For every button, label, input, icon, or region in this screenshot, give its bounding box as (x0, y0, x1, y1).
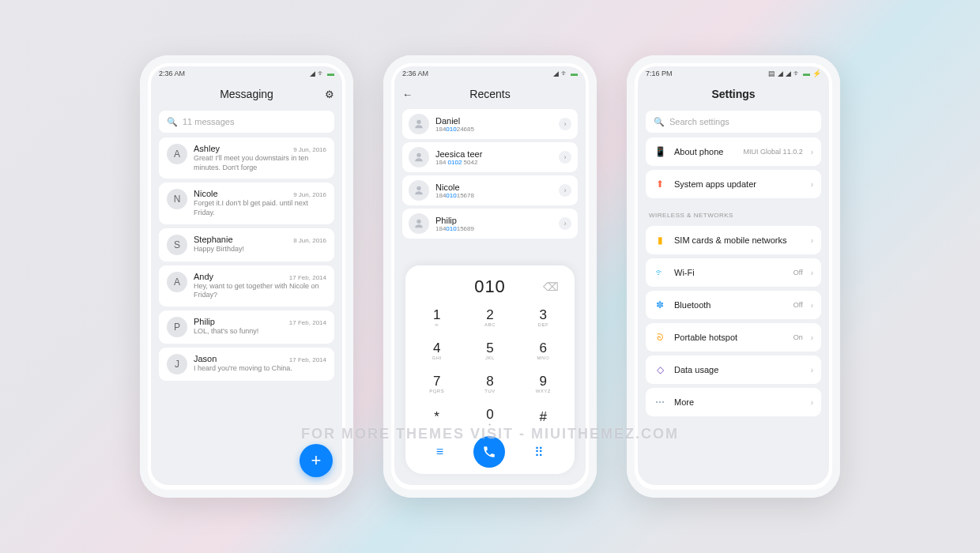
dial-key-2[interactable]: 2 ABC (463, 300, 516, 333)
dial-key-5[interactable]: 5 JKL (463, 333, 516, 367)
message-list: A Ashley 9 Jun, 2016 Great! I'll meet yo… (151, 137, 342, 381)
page-title: Messaging (220, 88, 273, 100)
recent-call-item[interactable]: Jeesica teer 184 0102 5042 › (402, 142, 578, 172)
dial-key-8[interactable]: 8 TUV (463, 367, 516, 400)
settings-item-value: Off (793, 269, 803, 276)
search-input[interactable]: 🔍 11 messages (159, 111, 334, 133)
message-item[interactable]: N Nicole 9 Jun, 2016 Forget it.I don't b… (159, 182, 334, 224)
detail-icon[interactable]: › (559, 118, 571, 130)
svg-point-2 (416, 186, 420, 190)
recents-list: Daniel 18401024685 › Jeesica teer 184 01… (394, 107, 586, 239)
contact-number: 18401015689 (435, 225, 552, 232)
search-icon: 🔍 (167, 117, 178, 127)
message-preview: Forget it.I don't bl get paid. until nex… (194, 199, 326, 217)
back-icon[interactable]: ← (402, 88, 413, 100)
avatar (409, 147, 429, 167)
statusbar: 7:16 PM ▤◢◢ᯤ▬⚡ (638, 66, 829, 81)
message-preview: Great! I'll meet you downstairs in ten m… (194, 154, 326, 172)
contact-number: 184 0102 5042 (435, 159, 552, 166)
avatar: J (167, 354, 187, 374)
message-item[interactable]: J Jason 17 Feb, 2014 I heard you're movi… (159, 348, 334, 381)
app-header: Messaging ⚙ (151, 81, 342, 107)
compose-button[interactable]: + (300, 444, 333, 477)
contact-number: 18401024685 (435, 126, 552, 133)
settings-item-label: More (674, 397, 803, 407)
detail-icon[interactable]: › (559, 217, 571, 230)
status-icons: ▤◢◢ᯤ▬⚡ (768, 70, 821, 77)
settings-item-value: MIUI Global 11.0.2 (744, 148, 803, 156)
dial-key-1[interactable]: 1 ∞ (410, 300, 463, 333)
settings-item[interactable]: ᯤ Wi-Fi Off › (646, 258, 821, 287)
status-time: 7:16 PM (646, 70, 673, 77)
settings-item[interactable]: ⬆ System apps updater › (646, 170, 821, 198)
contact-name: Nicole (194, 189, 218, 198)
message-date: 9 Jun, 2016 (293, 191, 326, 198)
settings-item-icon: ⬆ (654, 178, 666, 190)
settings-item[interactable]: ◇ Data usage › (646, 356, 821, 384)
dial-key-7[interactable]: 7 PQRS (410, 367, 463, 400)
settings-item-icon: ᯤ (654, 266, 666, 279)
settings-item-label: SIM cards & mobile networks (674, 235, 803, 245)
settings-item-icon: 📱 (654, 145, 666, 158)
dial-display: 010 ⌫ (410, 273, 570, 300)
message-date: 17 Feb, 2014 (289, 356, 326, 363)
message-date: 8 Jun, 2016 (293, 237, 326, 244)
message-date: 9 Jun, 2016 (293, 146, 326, 153)
dial-key-9[interactable]: 9 WXYZ (517, 367, 570, 400)
chevron-right-icon: › (811, 398, 813, 407)
search-input[interactable]: 🔍 Search settings (646, 111, 821, 133)
avatar: S (167, 235, 187, 255)
watermark: FOR MORE THEMES VISIT - MIUITHEMEZ.COM (301, 426, 679, 442)
contact-name: Philip (194, 317, 215, 326)
settings-item-icon: ⋯ (654, 396, 666, 408)
dial-key-4[interactable]: 4 GHI (410, 333, 463, 367)
message-date: 17 Feb, 2014 (289, 319, 326, 326)
message-item[interactable]: S Stephanie 8 Jun, 2016 Happy Birthday! (159, 228, 334, 261)
settings-item[interactable]: ▮ SIM cards & mobile networks › (646, 226, 821, 254)
settings-item[interactable]: ᘐ Portable hotspot On › (646, 323, 821, 352)
detail-icon[interactable]: › (559, 151, 571, 164)
settings-item-value: On (793, 333, 803, 341)
contact-name: Philip (435, 216, 552, 225)
status-time: 2:36 AM (402, 70, 428, 77)
message-item[interactable]: P Philip 17 Feb, 2014 LOL, that's so fun… (159, 310, 334, 344)
dialpad-toggle-icon[interactable]: ⠿ (534, 445, 544, 460)
message-preview: LOL, that's so funny! (194, 327, 326, 337)
settings-item-label: About phone (674, 147, 736, 156)
contact-name: Nicole (435, 182, 552, 192)
settings-item[interactable]: ✽ Bluetooth Off › (646, 291, 821, 319)
message-item[interactable]: A Ashley 9 Jun, 2016 Great! I'll meet yo… (159, 137, 334, 179)
contact-name: Jeesica teer (435, 149, 552, 159)
statusbar: 2:36 AM ◢ᯤ▬ (394, 66, 586, 81)
avatar (409, 213, 429, 234)
dial-key-6[interactable]: 6 MNO (517, 333, 570, 367)
settings-item[interactable]: 📱 About phone MIUI Global 11.0.2 › (646, 137, 821, 166)
avatar: A (167, 144, 187, 164)
message-item[interactable]: A Andy 17 Feb, 2014 Hey, want to get tog… (159, 265, 334, 307)
svg-point-3 (416, 220, 420, 224)
status-time: 2:36 AM (159, 70, 185, 77)
settings-item-value: Off (793, 301, 803, 309)
recent-call-item[interactable]: Daniel 18401024685 › (402, 109, 578, 139)
dial-key-3[interactable]: 3 DEF (517, 300, 570, 333)
settings-item-label: Wi-Fi (674, 268, 786, 277)
avatar: N (167, 189, 187, 209)
page-title: Settings (711, 88, 755, 100)
chevron-right-icon: › (811, 180, 813, 189)
recent-call-item[interactable]: Nicole 18401015678 › (402, 175, 578, 205)
settings-icon[interactable]: ⚙ (325, 88, 334, 100)
app-header: ← Recents (394, 81, 586, 107)
backspace-icon[interactable]: ⌫ (543, 280, 559, 293)
settings-item-icon: ✽ (654, 299, 666, 311)
status-icons: ◢ᯤ▬ (553, 70, 578, 77)
avatar: P (167, 317, 187, 337)
statusbar: 2:36 AM ◢ᯤ▬ (151, 66, 342, 81)
settings-item-icon: ▮ (654, 234, 666, 246)
detail-icon[interactable]: › (559, 184, 571, 197)
recent-call-item[interactable]: Philip 18401015689 › (402, 209, 578, 239)
chevron-right-icon: › (811, 148, 813, 156)
chevron-right-icon: › (811, 269, 813, 277)
menu-icon[interactable]: ≡ (436, 445, 443, 459)
settings-item[interactable]: ⋯ More › (646, 388, 821, 416)
contact-name: Daniel (435, 116, 552, 126)
